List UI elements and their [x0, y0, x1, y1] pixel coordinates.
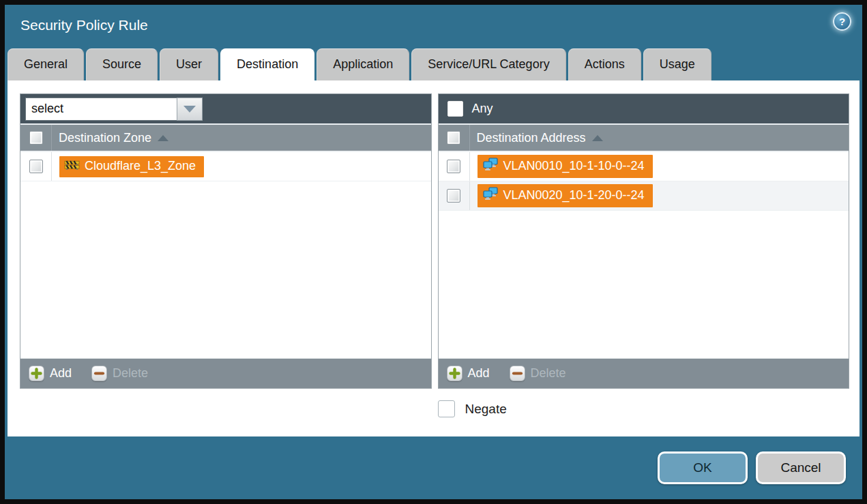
table-row: Cloudflare_L3_Zone — [20, 152, 431, 181]
any-label: Any — [472, 102, 493, 116]
tab-application[interactable]: Application — [317, 48, 409, 80]
zone-entry-label: Cloudflare_L3_Zone — [85, 159, 196, 173]
minus-icon — [91, 366, 107, 381]
address-entry-vlan0010[interactable]: VLAN0010_10-1-10-0--24 — [477, 155, 653, 178]
address-delete-label: Delete — [531, 366, 566, 381]
help-icon[interactable]: ? — [833, 12, 851, 31]
zone-add-label: Add — [50, 366, 72, 381]
ok-button[interactable]: OK — [658, 451, 748, 484]
any-checkbox[interactable] — [447, 101, 463, 117]
dialog-footer: OK Cancel — [5, 436, 862, 499]
address-row-checkbox[interactable] — [447, 160, 460, 173]
zone-column-title: Destination Zone — [59, 131, 151, 145]
address-icon — [482, 158, 499, 175]
zone-select-dropdown-button[interactable] — [177, 98, 203, 121]
address-entry-label: VLAN0020_10-1-20-0--24 — [503, 188, 645, 203]
tab-general[interactable]: General — [8, 48, 84, 80]
zone-list: Cloudflare_L3_Zone — [20, 152, 431, 358]
table-row: VLAN0020_10-1-20-0--24 — [439, 181, 849, 211]
destination-address-panel: Any Destination Address — [438, 93, 850, 389]
tab-source[interactable]: Source — [86, 48, 158, 80]
zone-entry-cloudflare-l3-zone[interactable]: Cloudflare_L3_Zone — [59, 156, 204, 177]
title-bar: Security Policy Rule ? — [5, 5, 862, 48]
address-add-button[interactable]: Add — [447, 366, 490, 381]
address-select-all-checkbox[interactable] — [447, 131, 460, 145]
zone-panel-footer: Add Delete — [20, 358, 431, 388]
negate-checkbox[interactable] — [438, 400, 455, 417]
address-list: VLAN0010_10-1-10-0--24 — [439, 152, 849, 358]
zone-select-combo — [25, 98, 203, 121]
tab-bar: General Source User Destination Applicat… — [5, 48, 862, 80]
tab-actions[interactable]: Actions — [568, 48, 641, 80]
destination-tab-content: Destination Zone — [8, 80, 859, 436]
security-policy-rule-dialog: Security Policy Rule ? General Source Us… — [5, 5, 862, 499]
negate-control: Negate — [438, 400, 850, 417]
tab-service-url-category[interactable]: Service/URL Category — [411, 48, 565, 80]
chevron-down-icon — [183, 106, 196, 113]
tab-usage[interactable]: Usage — [643, 48, 711, 80]
address-add-label: Add — [468, 366, 490, 381]
zone-select-input[interactable] — [25, 98, 177, 121]
negate-label: Negate — [465, 402, 507, 417]
table-row: VLAN0010_10-1-10-0--24 — [439, 152, 849, 181]
zone-column-header: Destination Zone — [20, 125, 431, 152]
plus-icon — [447, 366, 462, 381]
zone-delete-label: Delete — [113, 366, 148, 381]
destination-zone-panel: Destination Zone — [20, 93, 432, 389]
address-entry-vlan0020[interactable]: VLAN0020_10-1-20-0--24 — [477, 184, 653, 207]
sort-ascending-icon[interactable] — [592, 135, 603, 141]
dialog-title: Security Policy Rule — [20, 17, 148, 33]
address-column-header: Destination Address — [439, 125, 849, 152]
sort-ascending-icon[interactable] — [158, 135, 168, 141]
address-entry-label: VLAN0010_10-1-10-0--24 — [503, 159, 645, 173]
tab-destination[interactable]: Destination — [220, 48, 314, 80]
zone-select-all-checkbox[interactable] — [29, 131, 43, 145]
address-row-checkbox[interactable] — [447, 189, 460, 203]
tab-user[interactable]: User — [160, 48, 218, 80]
zone-icon — [64, 159, 80, 174]
minus-icon — [510, 366, 525, 381]
address-column-title: Destination Address — [477, 131, 586, 145]
zone-add-button[interactable]: Add — [29, 366, 72, 381]
zone-panel-toolbar — [20, 94, 431, 125]
zone-delete-button[interactable]: Delete — [91, 366, 148, 381]
address-icon — [482, 187, 499, 204]
address-panel-footer: Add Delete — [439, 358, 849, 388]
address-delete-button[interactable]: Delete — [510, 366, 566, 381]
address-panel-toolbar: Any — [439, 94, 849, 125]
zone-row-checkbox[interactable] — [29, 160, 43, 173]
cancel-button[interactable]: Cancel — [756, 451, 846, 484]
plus-icon — [29, 366, 44, 381]
